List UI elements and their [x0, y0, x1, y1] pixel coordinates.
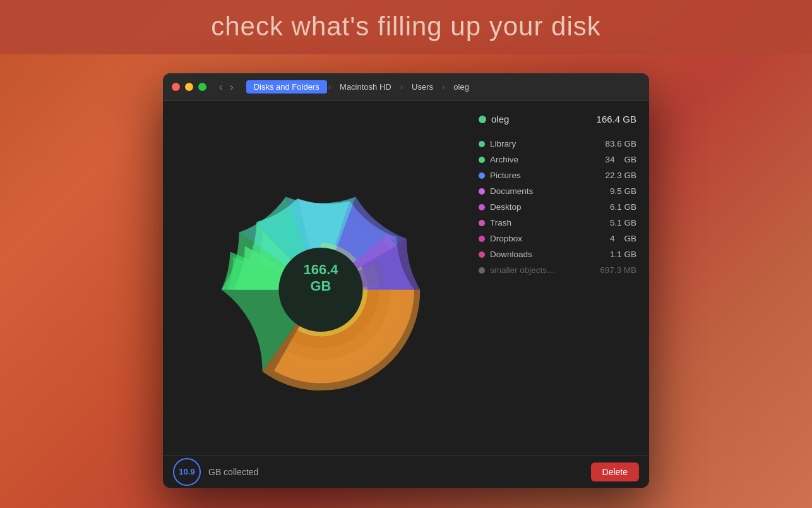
item-name-documents: Documents	[490, 186, 587, 196]
top-banner: check what's filling up your disk	[0, 0, 812, 54]
list-item-trash[interactable]: Trash 5.1 GB	[479, 215, 636, 231]
chart-area: 166.4 GB	[176, 114, 466, 442]
title-bar: ‹ › Disks and Folders › Macintosh HD › U…	[163, 73, 649, 101]
item-name-downloads: Downloads	[490, 250, 587, 259]
traffic-light-green[interactable]	[198, 83, 206, 91]
header-dot	[479, 116, 486, 123]
traffic-light-yellow[interactable]	[185, 83, 193, 91]
banner-title: check what's filling up your disk	[0, 11, 812, 42]
breadcrumb-sep-3: ›	[442, 82, 445, 92]
item-size-trash: 5.1 GB	[592, 218, 636, 227]
breadcrumb: Disks and Folders › Macintosh HD › Users…	[246, 80, 477, 94]
item-dot-downloads	[479, 251, 485, 258]
back-arrow-icon[interactable]: ‹	[217, 80, 225, 94]
item-dot-dropbox	[479, 236, 485, 242]
item-dot-documents	[479, 188, 485, 195]
item-name-dropbox: Dropbox	[490, 234, 587, 243]
item-name-smaller-objects: smaller objects…	[490, 265, 587, 275]
item-name-pictures: Pictures	[490, 171, 587, 180]
breadcrumb-oleg[interactable]: oleg	[446, 80, 477, 94]
item-size-pictures: 22.3 GB	[592, 171, 636, 180]
list-item-pictures[interactable]: Pictures 22.3 GB	[479, 167, 636, 183]
main-content: 166.4 GB oleg 166.4 GB Library 83.6 GB	[163, 101, 649, 455]
item-size-desktop: 6.1 GB	[592, 202, 636, 212]
sunburst-chart	[204, 161, 438, 395]
list-item-documents[interactable]: Documents 9.5 GB	[479, 183, 636, 199]
item-size-dropbox: 4 GB	[592, 234, 636, 243]
traffic-light-red[interactable]	[172, 83, 180, 91]
header-folder-size: 166.4 GB	[597, 114, 636, 124]
item-dot-archive	[479, 157, 485, 163]
item-size-smaller-objects: 697.3 MB	[592, 265, 636, 275]
app-window: ‹ › Disks and Folders › Macintosh HD › U…	[163, 73, 649, 488]
header-folder-name: oleg	[491, 114, 592, 124]
breadcrumb-sep-1: ›	[328, 82, 331, 92]
item-dot-library	[479, 141, 485, 147]
breadcrumb-sep-2: ›	[400, 82, 403, 92]
item-dot-trash	[479, 220, 485, 226]
item-size-library: 83.6 GB	[592, 139, 636, 148]
delete-button[interactable]: Delete	[591, 463, 639, 481]
list-item-dropbox[interactable]: Dropbox 4 GB	[479, 231, 636, 246]
collected-label: GB collected	[208, 467, 258, 477]
list-item-downloads[interactable]: Downloads 1.1 GB	[479, 246, 636, 262]
item-name-library: Library	[490, 139, 587, 148]
forward-arrow-icon[interactable]: ›	[227, 80, 236, 94]
item-dot-desktop	[479, 204, 485, 210]
file-list: oleg 166.4 GB Library 83.6 GB Archive 34…	[479, 114, 636, 442]
item-name-desktop: Desktop	[490, 202, 587, 212]
sunburst-container: 166.4 GB	[204, 161, 438, 395]
item-size-downloads: 1.1 GB	[592, 250, 636, 259]
list-item-archive[interactable]: Archive 34 GB	[479, 152, 636, 167]
item-dot-pictures	[479, 172, 485, 179]
breadcrumb-users[interactable]: Users	[404, 80, 441, 94]
breadcrumb-disks-and-folders[interactable]: Disks and Folders	[246, 80, 327, 94]
item-size-archive: 34 GB	[592, 155, 636, 164]
bottom-bar: 10.9 GB collected Delete	[163, 455, 649, 488]
list-item-desktop[interactable]: Desktop 6.1 GB	[479, 199, 636, 215]
item-size-documents: 9.5 GB	[592, 186, 636, 196]
list-item-library[interactable]: Library 83.6 GB	[479, 136, 636, 152]
svg-point-0	[278, 248, 362, 332]
file-list-header: oleg 166.4 GB	[479, 114, 636, 124]
item-name-archive: Archive	[490, 155, 587, 164]
collected-circle: 10.9	[173, 458, 201, 486]
list-item-smaller-objects[interactable]: smaller objects… 697.3 MB	[479, 262, 636, 278]
traffic-lights	[172, 83, 206, 91]
item-name-trash: Trash	[490, 218, 587, 227]
item-dot-smaller-objects	[479, 267, 485, 274]
breadcrumb-macintosh-hd[interactable]: Macintosh HD	[332, 80, 399, 94]
nav-arrows: ‹ ›	[217, 80, 236, 94]
collected-number: 10.9	[179, 467, 194, 476]
